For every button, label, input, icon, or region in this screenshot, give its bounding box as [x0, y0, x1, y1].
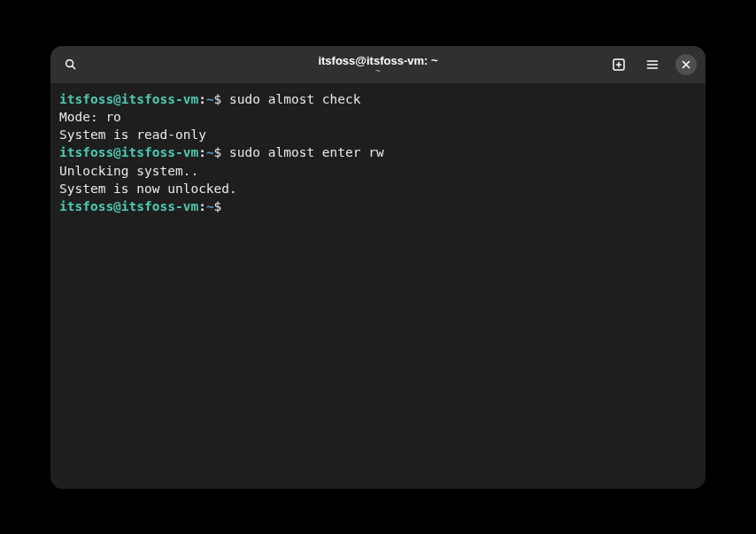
- prompt-symbol: $: [214, 145, 229, 159]
- search-icon: [64, 58, 77, 71]
- prompt-user-host: itsfoss@itsfoss-vm: [59, 92, 198, 106]
- prompt-user-host: itsfoss@itsfoss-vm: [59, 199, 198, 213]
- titlebar-right: [608, 54, 697, 75]
- window-subtitle: ~: [375, 66, 380, 75]
- prompt-colon: :: [198, 92, 206, 106]
- prompt-user-host: itsfoss@itsfoss-vm: [59, 145, 198, 159]
- prompt-colon: :: [198, 145, 206, 159]
- new-tab-button[interactable]: [608, 54, 629, 75]
- output-line: System is now unlocked.: [59, 180, 697, 197]
- output-line: System is read-only: [59, 126, 697, 143]
- command-text: sudo almost check: [229, 92, 360, 106]
- terminal-window: itsfoss@itsfoss-vm: ~ ~: [50, 46, 706, 489]
- terminal-line: itsfoss@itsfoss-vm:~$ sudo almost enter …: [59, 143, 697, 161]
- search-button[interactable]: [59, 54, 81, 75]
- terminal-body[interactable]: itsfoss@itsfoss-vm:~$ sudo almost check …: [50, 83, 706, 489]
- titlebar-center: itsfoss@itsfoss-vm: ~ ~: [318, 54, 437, 75]
- prompt-path: ~: [206, 199, 214, 213]
- window-title: itsfoss@itsfoss-vm: ~: [318, 54, 437, 67]
- svg-line-1: [72, 66, 74, 69]
- titlebar: itsfoss@itsfoss-vm: ~ ~: [50, 46, 706, 83]
- command-text: sudo almost enter rw: [229, 145, 384, 159]
- close-button[interactable]: [675, 54, 697, 75]
- close-icon: [682, 60, 690, 69]
- titlebar-left: [59, 54, 81, 75]
- prompt-colon: :: [198, 199, 206, 213]
- output-line: Mode: ro: [59, 108, 697, 126]
- output-line: Unlocking system..: [59, 162, 697, 180]
- menu-button[interactable]: [642, 54, 663, 75]
- new-tab-icon: [612, 58, 626, 72]
- prompt-path: ~: [206, 92, 214, 106]
- prompt-symbol: $: [214, 199, 229, 213]
- hamburger-icon: [645, 58, 660, 72]
- prompt-path: ~: [206, 145, 214, 159]
- prompt-symbol: $: [214, 92, 229, 106]
- terminal-line: itsfoss@itsfoss-vm:~$: [59, 197, 697, 215]
- terminal-line: itsfoss@itsfoss-vm:~$ sudo almost check: [59, 90, 697, 108]
